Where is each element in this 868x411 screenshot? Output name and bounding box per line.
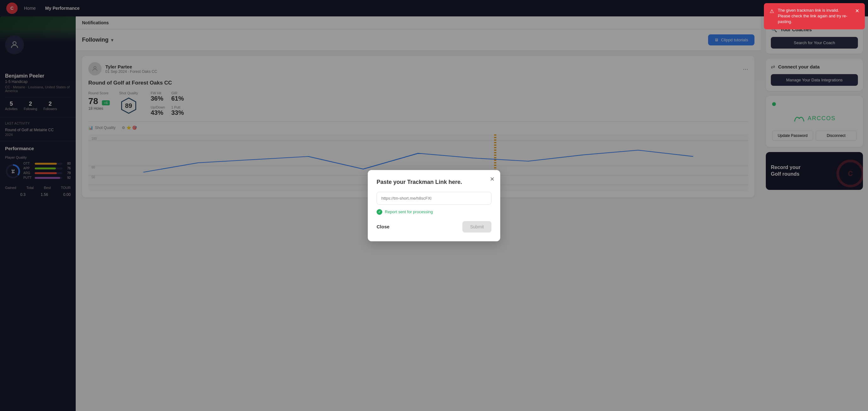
modal-overlay[interactable]: Paste your Trackman Link here. ✕ ✓ Repor… bbox=[0, 0, 868, 411]
success-checkmark-icon: ✓ bbox=[377, 209, 382, 215]
trackman-modal: Paste your Trackman Link here. ✕ ✓ Repor… bbox=[368, 170, 500, 241]
modal-close-button[interactable]: ✕ bbox=[490, 176, 495, 183]
close-button[interactable]: Close bbox=[377, 224, 390, 229]
warning-icon: ⚠ bbox=[770, 8, 774, 15]
submit-button[interactable]: Submit bbox=[462, 221, 491, 232]
trackman-link-input[interactable] bbox=[377, 192, 491, 205]
success-message: ✓ Report sent for processing bbox=[377, 209, 491, 215]
error-toast: ⚠ The given trackman link is invalid. Pl… bbox=[764, 3, 865, 29]
error-toast-close[interactable]: ✕ bbox=[855, 7, 859, 14]
modal-title: Paste your Trackman Link here. bbox=[377, 179, 491, 186]
modal-footer: Close Submit bbox=[377, 221, 491, 232]
error-toast-message: The given trackman link is invalid. Plea… bbox=[778, 7, 851, 25]
